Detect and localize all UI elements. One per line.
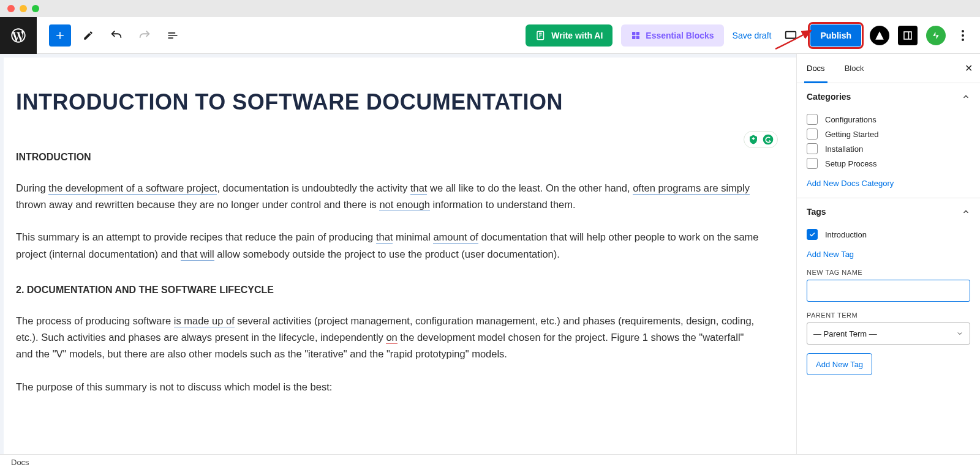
paragraph-2[interactable]: This summary is an attempt to provide re… [16, 229, 763, 262]
paragraph-4[interactable]: The purpose of this summary is not to di… [16, 379, 763, 395]
category-label: Getting Started [825, 130, 878, 139]
minimize-window-icon[interactable] [20, 5, 27, 12]
svg-rect-4 [636, 35, 639, 39]
category-label: Setup Process [825, 159, 877, 168]
essential-blocks-button[interactable]: Essential Blocks [621, 24, 723, 47]
editor-canvas-wrap: INTRODUCTION TO SOFTWARE DOCUMENTATION I… [0, 54, 796, 454]
settings-panel-toggle[interactable] [898, 26, 918, 45]
category-row: Installation [807, 143, 970, 154]
parent-term-label: PARENT TERM [807, 311, 970, 319]
add-new-tag-button[interactable]: Add New Tag [807, 353, 872, 375]
editor-canvas[interactable]: INTRODUCTION TO SOFTWARE DOCUMENTATION I… [4, 58, 796, 454]
section-heading-intro[interactable]: INTRODUCTION [16, 152, 763, 163]
category-checkbox[interactable] [807, 158, 818, 169]
annotation-arrow [774, 27, 817, 53]
breadcrumb[interactable]: Docs [11, 458, 29, 467]
svg-rect-6 [904, 32, 911, 39]
traffic-lights [7, 5, 39, 12]
categories-toggle[interactable]: Categories [797, 83, 980, 110]
wordpress-logo[interactable] [0, 17, 37, 54]
sidebar-tabs: Docs Block ✕ [797, 54, 980, 83]
svg-point-10 [763, 135, 774, 145]
svg-point-9 [962, 39, 964, 41]
svg-rect-1 [632, 32, 635, 35]
category-label: Installation [825, 144, 863, 154]
category-row: Setup Process [807, 158, 970, 169]
add-block-button[interactable] [49, 24, 71, 47]
new-tag-name-label: NEW TAG NAME [807, 269, 970, 276]
chevron-up-icon [962, 92, 970, 101]
category-label: Configurations [825, 115, 876, 124]
save-draft-button[interactable]: Save draft [733, 31, 772, 40]
svg-rect-2 [636, 32, 639, 35]
tag-row: Introduction [807, 229, 970, 240]
new-tag-name-input[interactable] [807, 280, 970, 302]
parent-term-value: — Parent Term — [813, 329, 877, 338]
category-checkbox[interactable] [807, 129, 818, 140]
document-overview-button[interactable] [162, 24, 184, 47]
publish-button[interactable]: Publish [810, 24, 861, 47]
svg-point-8 [962, 34, 964, 37]
shield-icon[interactable] [747, 133, 760, 146]
settings-sidebar: Docs Block ✕ Categories Configurations G… [796, 54, 980, 454]
edit-tools-button[interactable] [77, 24, 99, 47]
section-heading-2[interactable]: 2. DOCUMENTATION AND THE SOFTWARE LIFECY… [16, 285, 763, 296]
chevron-down-icon [956, 330, 963, 337]
chevron-up-icon [962, 207, 970, 216]
editor-footer: Docs [0, 454, 980, 470]
category-row: Configurations [807, 114, 970, 125]
undo-button[interactable] [105, 24, 127, 47]
tags-title: Tags [807, 207, 826, 217]
svg-rect-3 [632, 35, 635, 39]
paragraph-3[interactable]: The process of producing software is mad… [16, 313, 763, 363]
write-with-ai-button[interactable]: Write with AI [526, 24, 612, 47]
add-tag-link[interactable]: Add New Tag [807, 250, 854, 259]
svg-point-7 [962, 30, 964, 32]
grammarly-icon[interactable] [761, 133, 775, 146]
tab-block[interactable]: Block [835, 54, 874, 83]
categories-panel: Categories Configurations Getting Starte… [797, 83, 980, 198]
essential-blocks-label: Essential Blocks [646, 31, 714, 40]
categories-title: Categories [807, 92, 851, 102]
paragraph-1[interactable]: During the development of a software pro… [16, 180, 763, 213]
redo-button[interactable] [134, 24, 156, 47]
tag-checkbox[interactable] [807, 229, 818, 240]
close-window-icon[interactable] [7, 5, 15, 12]
plugin-icon-a[interactable] [870, 26, 889, 45]
jetpack-icon[interactable] [926, 26, 946, 45]
options-menu-button[interactable] [954, 24, 971, 47]
tags-toggle[interactable]: Tags [797, 198, 980, 225]
add-category-link[interactable]: Add New Docs Category [807, 179, 894, 188]
tag-label: Introduction [825, 230, 867, 239]
assistant-icons [744, 131, 778, 148]
category-checkbox[interactable] [807, 143, 818, 154]
write-with-ai-label: Write with AI [551, 31, 603, 40]
page-title[interactable]: INTRODUCTION TO SOFTWARE DOCUMENTATION [16, 89, 763, 115]
maximize-window-icon[interactable] [32, 5, 39, 12]
editor-topbar: Write with AI Essential Blocks Save draf… [0, 17, 980, 54]
window-chrome [0, 0, 980, 17]
close-sidebar-button[interactable]: ✕ [965, 62, 973, 74]
category-checkbox[interactable] [807, 114, 818, 125]
category-row: Getting Started [807, 129, 970, 140]
tags-panel: Tags Introduction Add New Tag NEW TAG NA… [797, 198, 980, 385]
tab-docs[interactable]: Docs [797, 54, 835, 83]
parent-term-select[interactable]: — Parent Term — [807, 323, 970, 345]
publish-label: Publish [820, 31, 851, 40]
